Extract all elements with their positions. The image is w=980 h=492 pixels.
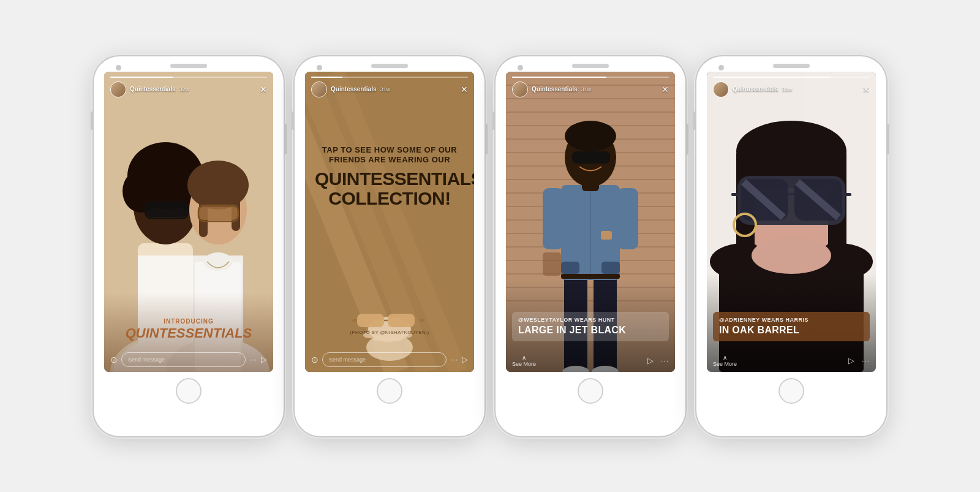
tap-collection: COLLECTION! [328, 188, 450, 208]
avatar-3[interactable] [512, 81, 528, 97]
action-icons-4: ▷ ··· [848, 356, 870, 365]
user-left-3: Quintessentials 31w [512, 81, 591, 97]
camera-icon-1[interactable]: ⊙ [110, 355, 118, 365]
close-icon-2[interactable]: ✕ [461, 85, 468, 94]
phone2-collection-text: QUINTESSENTIALS COLLECTION! [315, 169, 464, 208]
phone3-main-text: LARGE IN JET BLACK [518, 324, 663, 336]
phone3-background: @WESLEYTAYLOR WEARS HUNT LARGE IN JET BL… [506, 72, 675, 372]
progress-bar-2 [311, 77, 468, 78]
time-4: 31w [782, 86, 792, 93]
story-bottom-2: ⊙ Send message ··· ▷ [305, 349, 474, 372]
story-see-more-4: ∧ See More ▷ ··· [707, 352, 876, 372]
phone-bottom-4 [696, 372, 886, 412]
phone4-main-text: IN OAK BARREL [719, 324, 864, 336]
close-icon-1[interactable]: ✕ [260, 85, 267, 94]
send-icon-1[interactable]: ▷ [261, 355, 267, 364]
svg-rect-21 [199, 206, 238, 220]
user-left-2: Quintessentials 31w [311, 81, 390, 97]
avatar-2[interactable] [311, 81, 327, 97]
message-row-1: ⊙ Send message ··· ▷ [110, 352, 267, 367]
svg-rect-73 [572, 151, 610, 164]
user-row-4: Quintessentials 31w ✕ [713, 81, 870, 97]
chevron-up-icon-3: ∧ [522, 355, 526, 361]
message-input-2[interactable]: Send message [322, 352, 447, 367]
close-icon-3[interactable]: ✕ [662, 85, 669, 94]
chevron-up-icon-4: ∧ [723, 355, 727, 361]
phone-speaker-1 [170, 64, 207, 68]
avatar-1[interactable] [110, 81, 126, 97]
phone1-background: INTRODUCING QUINTESSENTIALS [104, 72, 273, 372]
phone4-caption: @ADRIENNEY WEARS HARRIS IN OAK BARREL [713, 312, 870, 341]
phone-camera-2 [317, 65, 322, 70]
avatar-4[interactable] [713, 81, 729, 97]
progress-fill-4 [713, 77, 831, 78]
phone-bottom-2 [295, 372, 484, 412]
phone-screen-2: TAP TO SEE HOW SOME OF OUR FRIENDS ARE W… [305, 72, 474, 372]
svg-rect-69 [601, 262, 620, 274]
phone4-background: @ADRIENNEY WEARS HARRIS IN OAK BARREL [707, 72, 876, 372]
svg-rect-30 [357, 314, 384, 327]
story-header-2: Quintessentials 31w ✕ [305, 72, 474, 100]
home-button-3[interactable] [578, 378, 603, 404]
username-2: Quintessentials [331, 86, 376, 93]
phone2-background: TAP TO SEE HOW SOME OF OUR FRIENDS ARE W… [305, 72, 474, 372]
progress-fill-1 [110, 77, 173, 78]
dots-icon-3[interactable]: ··· [661, 357, 669, 365]
svg-rect-76 [543, 252, 561, 276]
time-2: 31w [380, 86, 390, 93]
phone-top-bar-4 [696, 56, 886, 72]
svg-point-72 [565, 121, 616, 151]
svg-rect-8 [146, 203, 187, 217]
progress-fill-3 [512, 77, 606, 78]
dots-icon-4[interactable]: ··· [862, 357, 870, 365]
camera-icon-2[interactable]: ⊙ [311, 355, 318, 365]
see-more-row-4: ∧ See More ▷ ··· [713, 355, 870, 367]
send-icon-2[interactable]: ▷ [462, 355, 468, 364]
phone-3: @WESLEYTAYLOR WEARS HUNT LARGE IN JET BL… [496, 56, 685, 436]
phone-camera-4 [718, 65, 724, 70]
user-left-1: Quintessentials 32w [110, 81, 189, 97]
svg-rect-67 [617, 188, 638, 249]
home-button-1[interactable] [176, 378, 202, 404]
phone3-caption: @WESLEYTAYLOR WEARS HUNT LARGE IN JET BL… [512, 312, 669, 341]
phone2-text-block: TAP TO SEE HOW SOME OF OUR FRIENDS ARE W… [315, 145, 464, 208]
username-1: Quintessentials [130, 86, 175, 93]
phone-screen-1: INTRODUCING QUINTESSENTIALS Quintessent [104, 72, 273, 372]
story-header-4: Quintessentials 31w ✕ [707, 72, 876, 100]
avatar-inner-1 [111, 82, 126, 97]
progress-bar-1 [110, 77, 267, 78]
see-more-left-4[interactable]: ∧ See More [713, 355, 737, 367]
home-button-2[interactable] [377, 378, 402, 404]
avatar-inner-3 [513, 82, 527, 97]
svg-rect-66 [543, 188, 564, 249]
username-4: Quintessentials [733, 86, 778, 93]
see-more-left-3[interactable]: ∧ See More [512, 355, 536, 367]
story-header-1: Quintessentials 32w ✕ [104, 72, 273, 100]
send-icon-3[interactable]: ▷ [647, 356, 654, 365]
message-placeholder-1: Send message [128, 357, 165, 363]
send-icon-4[interactable]: ▷ [848, 356, 854, 365]
user-row-2: Quintessentials 31w ✕ [311, 81, 468, 97]
svg-rect-31 [388, 314, 415, 327]
phone-speaker-3 [572, 64, 609, 68]
home-button-4[interactable] [778, 378, 804, 404]
time-3: 31w [581, 86, 591, 93]
story-bottom-1: ⊙ Send message ··· ▷ [104, 349, 273, 372]
tap-line1: TAP TO SEE HOW SOME OF OUR [322, 145, 457, 154]
svg-rect-68 [561, 262, 579, 274]
phone-camera-1 [116, 65, 121, 70]
phone-screen-4: @ADRIENNEY WEARS HARRIS IN OAK BARREL Qu… [707, 72, 876, 372]
avatar-inner-2 [312, 82, 326, 97]
svg-rect-95 [731, 193, 739, 196]
phone-camera-3 [518, 65, 523, 70]
user-left-4: Quintessentials 31w [713, 81, 792, 97]
phone-1: INTRODUCING QUINTESSENTIALS Quintessent [94, 56, 284, 436]
dots-icon-1[interactable]: ··· [249, 355, 257, 364]
dots-icon-2[interactable]: ··· [450, 355, 458, 364]
message-row-2: ⊙ Send message ··· ▷ [311, 352, 468, 367]
close-icon-4[interactable]: ✕ [862, 85, 870, 94]
message-input-1[interactable]: Send message [121, 352, 246, 367]
user-row-1: Quintessentials 32w ✕ [110, 81, 267, 97]
progress-bar-4 [713, 77, 870, 78]
phone-bottom-1 [94, 372, 284, 412]
